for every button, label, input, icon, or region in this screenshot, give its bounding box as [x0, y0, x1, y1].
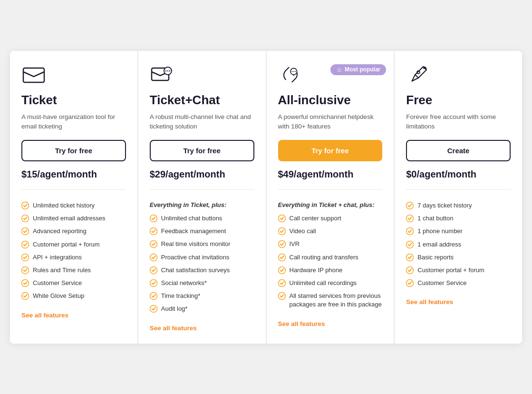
feature-item: Customer Service: [406, 279, 511, 287]
feature-item: 1 chat button: [406, 214, 511, 223]
plan-price: $15/agent/month: [21, 169, 126, 180]
see-all-features-link-all-inclusive[interactable]: See all features: [278, 320, 325, 327]
plan-name: All-inclusive: [278, 93, 383, 108]
most-popular-badge: ☺ Most popular: [330, 64, 387, 75]
feature-text: Audit log*: [161, 305, 188, 313]
plan-description: Forever free account with some limitatio…: [406, 112, 511, 132]
see-all-features-link-free[interactable]: See all features: [406, 298, 453, 305]
svg-point-13: [169, 70, 170, 71]
feature-item: 7 days ticket history: [406, 201, 511, 210]
feature-text: Real time visitors monitor: [161, 240, 231, 248]
plan-icon-ticket: [21, 64, 46, 85]
feature-item: Customer portal + forum: [406, 266, 511, 275]
svg-point-25: [295, 71, 296, 72]
svg-rect-0: [23, 68, 44, 82]
try-button-ticket[interactable]: Try for free: [21, 140, 126, 161]
feature-text: Time tracking*: [161, 292, 201, 300]
try-button-ticket-chat[interactable]: Try for free: [150, 140, 254, 161]
feature-item: Unlimited ticket history: [21, 201, 126, 210]
feature-text: Advanced reporting: [33, 227, 87, 236]
feature-text: Unlimited email addresses: [33, 214, 105, 223]
feature-text: Customer portal + forum: [33, 240, 100, 249]
feature-text: IVR: [290, 240, 300, 248]
plan-name: Ticket: [21, 93, 126, 108]
feature-text: Unlimited call recordings: [290, 279, 357, 287]
try-button-free[interactable]: Create: [406, 140, 511, 161]
svg-point-11: [165, 70, 166, 71]
feature-text: 7 days ticket history: [417, 201, 472, 210]
feature-item: Proactive chat invitations: [150, 253, 254, 262]
feature-item: Chat satisfaction surveys: [150, 266, 254, 275]
feature-item: Time tracking*: [150, 292, 254, 300]
see-all-features-link-ticket-chat[interactable]: See all features: [150, 325, 197, 332]
feature-item: White Glove Setup: [21, 292, 126, 300]
feature-item: Customer portal + forum: [21, 240, 126, 249]
feature-item: Call routing and transfers: [278, 253, 383, 262]
plan-icon-free: [406, 64, 431, 85]
plan-features: 7 days ticket history 1 chat button 1 ph…: [406, 199, 511, 332]
plan-card-ticket-chat: Ticket+Chat A robust multi-channel live …: [138, 50, 266, 344]
feature-item: Hardware IP phone: [278, 266, 383, 275]
most-popular-label: Most popular: [345, 66, 380, 73]
plan-card-free: Free Forever free account with some limi…: [394, 50, 522, 344]
feature-item: IVR: [278, 240, 383, 248]
feature-text: Feedback management: [161, 227, 226, 236]
plan-price: $49/agent/month: [278, 169, 383, 180]
plan-price: $0/agent/month: [406, 169, 511, 180]
feature-text: All starred services from previous packa…: [290, 292, 383, 309]
feature-text: Call routing and transfers: [290, 253, 358, 262]
feature-item: Unlimited chat buttons: [150, 214, 254, 223]
feature-item: Video call: [278, 227, 383, 236]
see-all-features-link-ticket[interactable]: See all features: [21, 312, 68, 319]
feature-item: Unlimited call recordings: [278, 279, 383, 287]
feature-text: Video call: [290, 227, 316, 236]
feature-text: Customer Service: [33, 279, 82, 287]
feature-item: Audit log*: [150, 305, 254, 313]
feature-item: API + integrations: [21, 253, 126, 262]
plan-icon-all-inclusive: [278, 64, 303, 85]
feature-item: Feedback management: [150, 227, 254, 236]
feature-text: 1 email address: [417, 240, 461, 249]
feature-item: Unlimited email addresses: [21, 214, 126, 223]
plan-header: All-inclusive A powerful omnichannel hel…: [278, 64, 383, 190]
feature-text: Call center support: [290, 214, 341, 223]
feature-text: Chat satisfaction surveys: [161, 266, 230, 275]
feature-item: Call center support: [278, 214, 383, 223]
plan-features: Everything in Ticket + chat, plus: Call …: [278, 199, 383, 332]
plan-header: Ticket A must-have organization tool for…: [21, 64, 126, 190]
feature-item: 1 email address: [406, 240, 511, 249]
svg-point-24: [293, 71, 294, 72]
feature-intro: Everything in Ticket, plus:: [150, 201, 254, 208]
feature-text: Customer Service: [417, 279, 466, 287]
feature-text: Social networks*: [161, 279, 207, 287]
feature-text: Unlimited ticket history: [33, 201, 95, 210]
plan-header: Ticket+Chat A robust multi-channel live …: [150, 64, 254, 190]
plan-icon-ticket-chat: [150, 64, 174, 85]
plan-description: A powerful omnichannel helpdesk with 180…: [278, 112, 383, 132]
plan-name: Ticket+Chat: [150, 93, 254, 108]
plan-features: Everything in Ticket, plus: Unlimited ch…: [150, 199, 254, 332]
try-button-all-inclusive[interactable]: Try for free: [278, 140, 383, 161]
feature-text: Unlimited chat buttons: [161, 214, 222, 223]
feature-item: All starred services from previous packa…: [278, 292, 383, 309]
feature-item: Customer Service: [21, 279, 126, 287]
feature-text: Basic reports: [417, 253, 454, 262]
feature-text: API + integrations: [33, 253, 82, 262]
feature-intro: Everything in Ticket + chat, plus:: [278, 201, 383, 208]
plan-header: Free Forever free account with some limi…: [406, 64, 511, 190]
pricing-grid: Ticket A must-have organization tool for…: [10, 50, 522, 344]
plan-card-all-inclusive: ☺ Most popular All-inclusive A powerful …: [266, 50, 395, 344]
feature-text: Customer portal + forum: [417, 266, 484, 275]
plan-card-ticket: Ticket A must-have organization tool for…: [10, 50, 138, 344]
plan-name: Free: [406, 93, 511, 108]
feature-item: Advanced reporting: [21, 227, 126, 236]
feature-item: Social networks*: [150, 279, 254, 287]
plan-description: A robust multi-channel live chat and tic…: [150, 112, 254, 132]
plan-price: $29/agent/month: [150, 169, 254, 180]
smiley-icon: ☺: [336, 66, 342, 73]
feature-item: Real time visitors monitor: [150, 240, 254, 248]
feature-text: 1 chat button: [417, 214, 453, 223]
feature-text: White Glove Setup: [33, 292, 84, 300]
feature-item: 1 phone number: [406, 227, 511, 236]
feature-item: Basic reports: [406, 253, 511, 262]
